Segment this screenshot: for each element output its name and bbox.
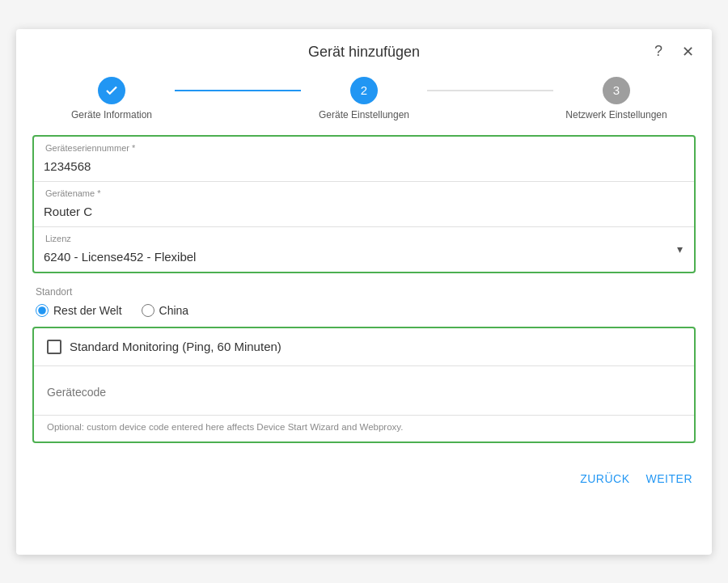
geratecode-input[interactable] bbox=[47, 376, 681, 408]
step-3-circle: 3 bbox=[603, 77, 630, 104]
step-connector-2 bbox=[427, 90, 553, 91]
license-field-group: Lizenz 6240 - License452 - Flexibel ▾ bbox=[34, 227, 694, 272]
serial-label: Geräteseriennummer * bbox=[44, 143, 137, 153]
device-name-field-group: Gerätename * bbox=[34, 182, 694, 227]
monitoring-header: Standard Monitoring (Ping, 60 Minuten) bbox=[34, 328, 694, 366]
radio-rest-input[interactable] bbox=[36, 304, 49, 317]
step-3-number: 3 bbox=[613, 83, 620, 97]
monitoring-box: Standard Monitoring (Ping, 60 Minuten) O… bbox=[32, 327, 696, 443]
license-select[interactable]: 6240 - License452 - Flexibel bbox=[34, 227, 694, 272]
help-button[interactable]: ? bbox=[647, 40, 670, 63]
radio-china-input[interactable] bbox=[142, 304, 154, 317]
dialog-title: Gerät hinzufügen bbox=[308, 44, 420, 61]
license-select-wrapper: 6240 - License452 - Flexibel ▾ bbox=[34, 227, 694, 272]
radio-rest-label: Rest der Welt bbox=[53, 304, 122, 317]
dialog-top-actions: ? ✕ bbox=[647, 40, 699, 63]
standort-radio-group: Rest der Welt China bbox=[36, 304, 692, 317]
dialog-header: Gerät hinzufügen ? ✕ bbox=[16, 29, 712, 69]
step-connector-1 bbox=[175, 90, 301, 91]
step-1: Geräte Information bbox=[49, 77, 175, 120]
device-name-input[interactable] bbox=[34, 182, 694, 226]
device-info-box: Geräteseriennummer * Gerätename * Lizenz… bbox=[32, 135, 696, 273]
standort-label: Standort bbox=[36, 286, 692, 298]
dialog-content: Geräteseriennummer * Gerätename * Lizenz… bbox=[16, 135, 712, 459]
geratecode-hint: Optional: custom device code entered her… bbox=[34, 416, 694, 441]
standort-section: Standort Rest der Welt China bbox=[32, 286, 696, 327]
step-2-circle: 2 bbox=[350, 77, 378, 104]
step-1-circle bbox=[98, 77, 125, 104]
back-button[interactable]: ZURÜCK bbox=[580, 472, 629, 485]
monitoring-label: Standard Monitoring (Ping, 60 Minuten) bbox=[70, 340, 281, 353]
close-icon: ✕ bbox=[682, 43, 694, 61]
geratecode-area bbox=[34, 366, 694, 416]
help-icon: ? bbox=[654, 43, 662, 60]
dialog-footer: ZURÜCK WEITER bbox=[16, 459, 712, 498]
radio-china-label: China bbox=[159, 304, 189, 317]
step-2: 2 Geräte Einstellungen bbox=[301, 77, 427, 120]
close-button[interactable]: ✕ bbox=[676, 40, 699, 63]
stepper: Geräte Information 2 Geräte Einstellunge… bbox=[16, 69, 712, 135]
radio-rest-der-welt[interactable]: Rest der Welt bbox=[36, 304, 122, 317]
step-3: 3 Netzwerk Einstellungen bbox=[553, 77, 679, 120]
radio-china[interactable]: China bbox=[142, 304, 189, 317]
step-1-label: Geräte Information bbox=[71, 109, 152, 120]
add-device-dialog: Gerät hinzufügen ? ✕ Geräte Information … bbox=[16, 29, 712, 555]
serial-field-group: Geräteseriennummer * bbox=[34, 137, 694, 182]
step-2-number: 2 bbox=[361, 83, 367, 97]
next-button[interactable]: WEITER bbox=[646, 472, 692, 485]
device-name-label: Gerätename * bbox=[44, 188, 102, 198]
step-2-label: Geräte Einstellungen bbox=[319, 109, 409, 120]
step-3-label: Netzwerk Einstellungen bbox=[565, 109, 667, 120]
monitoring-checkbox[interactable] bbox=[47, 340, 61, 354]
